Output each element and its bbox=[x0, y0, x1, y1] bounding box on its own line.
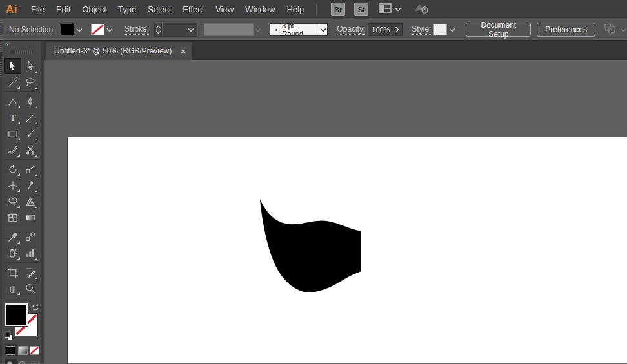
profile-value: 3 pt. Round bbox=[282, 22, 319, 37]
slice-tool[interactable] bbox=[21, 264, 39, 280]
mesh-tool[interactable] bbox=[4, 209, 21, 225]
document-tab-bar: Untitled-3* @ 50% (RGB/Preview) × bbox=[44, 41, 627, 60]
menu-item-effect[interactable]: Effect bbox=[177, 5, 210, 14]
curvature-tool[interactable] bbox=[4, 93, 21, 110]
workspace-switcher[interactable] bbox=[379, 3, 401, 15]
opacity-panel-link[interactable]: Opacity: bbox=[337, 24, 365, 35]
sync-status-icon bbox=[413, 1, 431, 17]
menu-item-help[interactable]: Help bbox=[281, 5, 310, 14]
preferences-button[interactable]: Preferences bbox=[537, 23, 595, 37]
brush-definition-dropdown bbox=[204, 23, 254, 36]
menu-item-type[interactable]: Type bbox=[112, 5, 142, 14]
menu-item-object[interactable]: Object bbox=[76, 5, 112, 14]
fill-swatch[interactable] bbox=[5, 303, 28, 326]
chevron-down-icon bbox=[449, 28, 455, 32]
fill-color-combo[interactable] bbox=[61, 24, 83, 35]
artboard-tool[interactable] bbox=[4, 264, 21, 280]
variable-width-profile-dropdown[interactable]: • 3 pt. Round bbox=[270, 23, 328, 36]
scale-tool[interactable] bbox=[21, 161, 39, 177]
stroke-weight-stepper[interactable] bbox=[154, 23, 162, 37]
fill-color-swatch[interactable] bbox=[61, 24, 74, 35]
menu-item-file[interactable]: File bbox=[25, 5, 50, 14]
rectangle-tool[interactable] bbox=[4, 126, 21, 142]
tools-panel-dock: « T bbox=[0, 41, 44, 363]
lasso-tool[interactable] bbox=[21, 74, 39, 90]
chevron-down-icon bbox=[76, 28, 83, 32]
paintbrush-tool[interactable] bbox=[21, 126, 39, 142]
menu-item-view[interactable]: View bbox=[210, 5, 239, 14]
stroke-panel-link[interactable]: Stroke: bbox=[124, 24, 149, 35]
stroke-color-swatch[interactable] bbox=[91, 24, 104, 35]
tool-grid: T bbox=[4, 58, 39, 300]
drawing-modes-row bbox=[5, 359, 41, 364]
gradient-button[interactable] bbox=[17, 344, 29, 356]
opacity-value[interactable]: 100% bbox=[368, 26, 392, 34]
menu-item-edit[interactable]: Edit bbox=[50, 5, 76, 14]
document-setup-button[interactable]: Document Setup bbox=[466, 23, 531, 37]
menu-item-select[interactable]: Select bbox=[142, 5, 177, 14]
zoom-tool[interactable] bbox=[21, 280, 39, 296]
chevron-down-icon bbox=[255, 28, 261, 32]
stock-button[interactable]: St bbox=[354, 3, 368, 16]
perspective-grid-tool[interactable] bbox=[21, 193, 39, 209]
opacity-field[interactable]: 100% bbox=[368, 23, 403, 36]
svg-text:T: T bbox=[10, 112, 15, 122]
canvas[interactable] bbox=[44, 60, 627, 363]
chevron-down-icon bbox=[621, 28, 627, 32]
collapse-panel-button[interactable]: « bbox=[2, 41, 41, 50]
artwork-path bbox=[260, 199, 361, 292]
tool-group-divider bbox=[4, 296, 39, 300]
blend-tool[interactable] bbox=[21, 229, 39, 245]
puppet-warp-tool[interactable] bbox=[21, 177, 39, 193]
profile-bullet: • bbox=[270, 26, 282, 34]
chevron-down-icon[interactable] bbox=[319, 24, 327, 35]
bridge-button[interactable]: Br bbox=[331, 3, 345, 16]
symbol-sprayer-tool[interactable] bbox=[4, 245, 21, 261]
type-tool[interactable]: T bbox=[4, 110, 21, 126]
eyedropper-tool[interactable] bbox=[4, 229, 21, 245]
stroke-weight-dropdown[interactable] bbox=[163, 23, 197, 37]
direct-selection-tool[interactable] bbox=[21, 58, 39, 74]
style-panel-link[interactable]: Style: bbox=[412, 24, 431, 35]
close-tab-icon[interactable]: × bbox=[181, 47, 186, 55]
width-tool[interactable] bbox=[4, 177, 21, 193]
select-similar-icon bbox=[603, 23, 619, 37]
draw-inside-icon bbox=[28, 359, 41, 364]
rotate-tool[interactable] bbox=[4, 161, 21, 177]
workspace-layout-icon bbox=[379, 3, 392, 15]
default-fill-stroke-icon[interactable] bbox=[4, 331, 14, 341]
shaper-tool[interactable] bbox=[4, 142, 21, 158]
document-tab[interactable]: Untitled-3* @ 50% (RGB/Preview) × bbox=[46, 42, 192, 60]
stroke-color-combo[interactable] bbox=[91, 24, 113, 35]
draw-behind-icon[interactable] bbox=[17, 359, 29, 364]
chevron-right-icon[interactable] bbox=[392, 24, 402, 35]
draw-normal-icon[interactable] bbox=[5, 359, 17, 364]
none-button[interactable] bbox=[28, 344, 41, 356]
scissors-tool[interactable] bbox=[21, 142, 39, 158]
fill-stroke-cluster bbox=[2, 302, 41, 342]
paint-style-row bbox=[5, 344, 41, 356]
document-tab-title: Untitled-3* @ 50% (RGB/Preview) bbox=[54, 46, 172, 55]
panel-grip[interactable] bbox=[10, 51, 33, 54]
menubar-separator bbox=[316, 4, 317, 15]
magic-wand-tool[interactable] bbox=[4, 74, 21, 90]
black-wave-shape[interactable] bbox=[258, 197, 364, 295]
selection-tool[interactable] bbox=[4, 58, 21, 74]
tools-panel: « T bbox=[2, 41, 41, 363]
menu-item-window[interactable]: Window bbox=[239, 5, 281, 14]
color-button[interactable] bbox=[5, 344, 17, 356]
style-combo[interactable] bbox=[433, 24, 455, 35]
control-bar-grip[interactable] bbox=[0, 19, 3, 40]
style-swatch[interactable] bbox=[433, 24, 447, 35]
column-graph-tool[interactable] bbox=[21, 245, 39, 261]
selection-status: No Selection bbox=[9, 25, 53, 34]
menu-bar: Ai FileEditObjectTypeSelectEffectViewWin… bbox=[0, 0, 627, 19]
gradient-tool[interactable] bbox=[21, 209, 39, 225]
swap-fill-stroke-icon[interactable] bbox=[31, 303, 40, 314]
line-segment-tool[interactable] bbox=[21, 110, 39, 126]
hand-tool[interactable] bbox=[4, 280, 21, 296]
pen-tool[interactable] bbox=[21, 93, 39, 110]
control-bar: No Selection Stroke: • 3 pt. Round Opaci… bbox=[0, 19, 627, 41]
document-area: Untitled-3* @ 50% (RGB/Preview) × bbox=[44, 41, 627, 363]
shape-builder-tool[interactable] bbox=[4, 193, 21, 209]
